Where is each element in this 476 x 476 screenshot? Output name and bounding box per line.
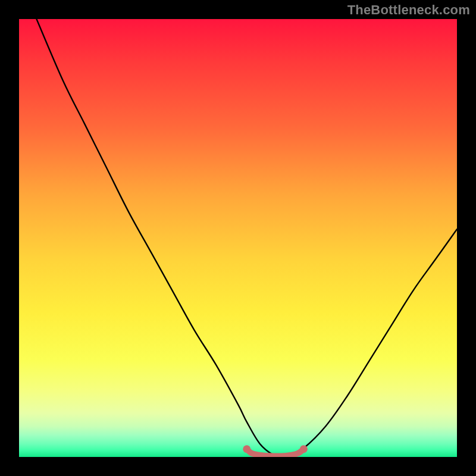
chart-frame: TheBottleneck.com (0, 0, 476, 476)
plot-area (19, 19, 457, 457)
bottleneck-curve (36, 19, 457, 457)
curve-layer (19, 19, 457, 457)
floor-marker-band (247, 449, 304, 456)
watermark-text: TheBottleneck.com (347, 2, 470, 18)
marker-dot (300, 445, 308, 453)
marker-dot (243, 445, 250, 453)
